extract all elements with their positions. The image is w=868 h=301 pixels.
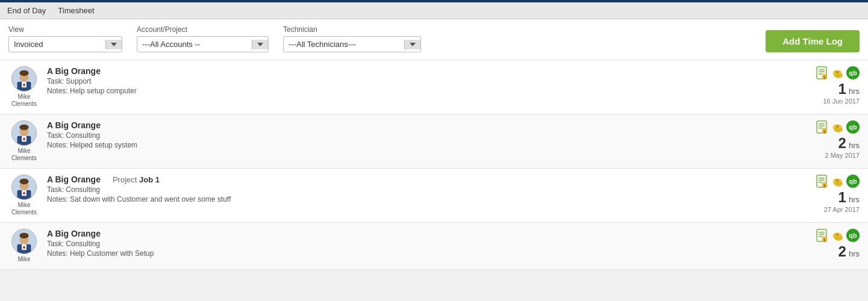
account-filter-select[interactable]: [137, 36, 269, 52]
account-filter-dropdown-btn[interactable]: [252, 40, 268, 49]
menu-bar: End of Day Timesheet: [0, 2, 868, 19]
entry-title-row: A Big Orange Project Job 1: [47, 175, 780, 184]
view-filter-input[interactable]: [9, 37, 105, 52]
svg-rect-56: [819, 234, 825, 235]
invoice-list-icon: $: [816, 175, 828, 188]
svg-rect-24: [819, 126, 825, 127]
coins-icon: $$: [831, 175, 844, 188]
chevron-down-icon: [257, 43, 263, 46]
svg-point-53: [19, 233, 28, 239]
entry-date: 16 Jun 2017: [823, 98, 860, 105]
menu-item-end-of-day[interactable]: End of Day: [7, 6, 46, 15]
avatar-col: MikeClements: [8, 66, 40, 108]
invoice-icon: $: [815, 120, 828, 134]
view-filter-group: View: [8, 25, 122, 52]
quickbooks-icon: qb: [846, 175, 860, 188]
svg-rect-41: [819, 182, 823, 183]
entry-icons: $ $$ qb: [815, 120, 860, 134]
view-filter-select[interactable]: [8, 36, 122, 52]
invoice-icon: $: [815, 175, 828, 188]
technician-filter-input[interactable]: [284, 37, 404, 52]
coins-icon: $$: [831, 229, 844, 242]
entry-notes: Notes: Helped setup system: [47, 141, 780, 149]
chevron-down-icon: [410, 43, 416, 46]
invoice-icon: $: [815, 66, 828, 79]
entry-right: $ $$ qb 2 hrs 2 May 2017: [787, 120, 860, 159]
entry-notes: Notes: Help setup computer: [47, 87, 780, 95]
quickbooks-icon: qb: [846, 66, 860, 79]
invoice-list-icon: $: [816, 66, 828, 79]
avatar: [11, 175, 37, 200]
invoice-list-icon: $: [816, 120, 828, 134]
svg-rect-40: [819, 180, 825, 181]
entry-task: Task: Support: [47, 77, 780, 85]
filters-row: View Account/Project Technician: [0, 19, 868, 60]
chevron-down-icon: [111, 43, 117, 46]
svg-point-21: [19, 125, 28, 131]
entry-hours: 1: [838, 82, 846, 96]
entry-account: A Big Orange: [47, 175, 101, 184]
svg-text:$$: $$: [835, 70, 839, 74]
entry-right: $ $$ qb 2 hrs: [787, 229, 860, 260]
avatar: [11, 120, 37, 146]
hours-row: 1 hrs: [838, 190, 860, 205]
coin-icon: $$: [831, 120, 844, 134]
svg-text:$: $: [823, 75, 826, 80]
svg-rect-39: [819, 178, 825, 179]
time-log-entry[interactable]: MikeClements A Big Orange Project Job 1 …: [0, 169, 868, 223]
view-filter-label: View: [8, 25, 122, 34]
technician-filter-dropdown-btn[interactable]: [404, 40, 420, 49]
time-log-entry[interactable]: MikeClements A Big Orange Task: Consulti…: [0, 114, 868, 169]
svg-rect-8: [819, 72, 825, 73]
time-log-entry[interactable]: MikeClements A Big Orange Task: Support …: [0, 60, 868, 114]
avatar: [11, 66, 37, 92]
entry-icons: $ $$ qb: [815, 66, 860, 79]
svg-rect-9: [819, 73, 823, 75]
entry-content: A Big Orange Task: Consulting Notes: Hel…: [47, 120, 780, 149]
entry-date: 2 May 2017: [825, 152, 860, 159]
svg-text:$: $: [823, 184, 826, 188]
coin-icon: $$: [831, 66, 844, 79]
technician-filter-group: Technician: [283, 25, 421, 52]
entry-content: A Big Orange Project Job 1 Task: Consult…: [47, 175, 780, 203]
entry-hours: 2: [838, 244, 846, 259]
avatar-col: MikeClements: [8, 120, 40, 162]
coins-icon: $$: [831, 66, 844, 79]
view-filter-dropdown-btn[interactable]: [105, 40, 122, 49]
account-filter-label: Account/Project: [137, 25, 269, 34]
technician-filter-select[interactable]: [283, 36, 421, 52]
entry-icons: $ $$ qb: [815, 175, 860, 188]
hours-row: 1 hrs: [838, 82, 860, 96]
svg-text:$$: $$: [835, 233, 839, 237]
time-log-entry[interactable]: Mike A Big Orange Task: Consulting Notes…: [0, 223, 868, 270]
entry-right: $ $$ qb 1 hrs 27 Apr 2017: [787, 175, 860, 213]
svg-text:$$: $$: [835, 179, 839, 182]
hours-row: 2 hrs: [838, 244, 860, 259]
svg-rect-57: [819, 236, 823, 237]
entry-hrs-label: hrs: [849, 87, 860, 96]
avatar-col: MikeClements: [8, 175, 40, 216]
entry-hours: 2: [838, 136, 846, 150]
entry-account: A Big Orange: [47, 229, 101, 238]
entry-content: A Big Orange Task: Consulting Notes: Hel…: [47, 229, 780, 258]
entry-title-row: A Big Orange: [47, 229, 780, 238]
svg-text:$: $: [823, 238, 826, 243]
entry-content: A Big Orange Task: Support Notes: Help s…: [47, 66, 780, 95]
account-filter-group: Account/Project: [137, 25, 269, 52]
svg-text:$$: $$: [835, 125, 839, 128]
quickbooks-icon: qb: [846, 229, 860, 242]
add-time-log-button[interactable]: Add Time Log: [766, 30, 860, 52]
svg-rect-25: [819, 128, 823, 129]
entry-task: Task: Consulting: [47, 185, 780, 194]
account-filter-input[interactable]: [137, 37, 252, 52]
technician-name: MikeClements: [11, 93, 37, 108]
menu-item-timesheet[interactable]: Timesheet: [58, 6, 94, 15]
quickbooks-icon: qb: [846, 120, 860, 134]
entry-icons: $ $$ qb: [815, 229, 860, 242]
avatar-col: Mike: [8, 229, 40, 263]
coin-icon: $$: [831, 175, 844, 188]
coins-icon: $$: [831, 120, 844, 134]
entry-right: $ $$ qb 1 hrs 16 Jun 2017: [787, 66, 860, 105]
entry-hrs-label: hrs: [849, 249, 860, 258]
coin-icon: $$: [831, 229, 844, 242]
